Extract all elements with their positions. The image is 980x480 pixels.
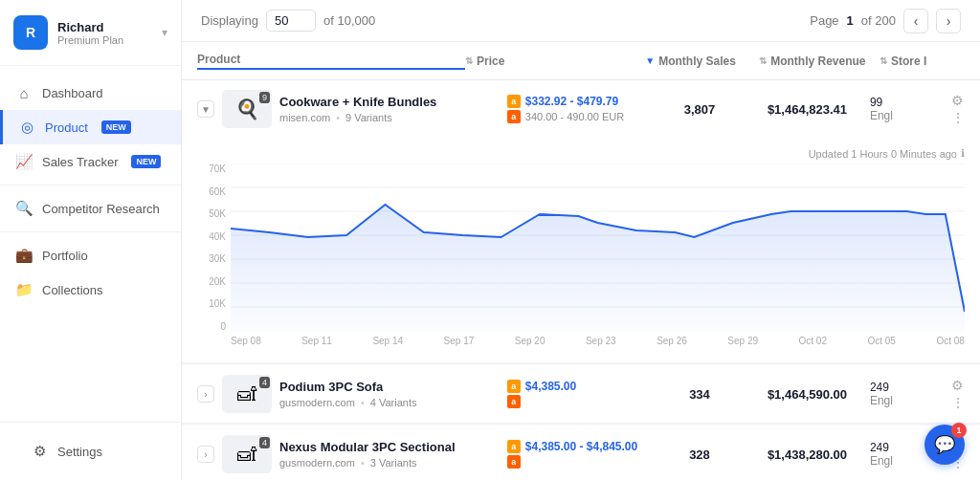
sidebar-nav: ⌂ Dashboard ◎ Product NEW 📈 Sales Tracke…	[0, 66, 181, 422]
product-variants: 3 Variants	[370, 457, 417, 469]
price-platforms: a $4,385.00 a	[507, 380, 647, 408]
sidebar-item-sales-tracker[interactable]: 📈 Sales Tracker NEW	[0, 144, 181, 179]
x-label: Sep 17	[444, 336, 475, 355]
th-store[interactable]: ⇅ Store I	[880, 55, 965, 68]
y-label: 30K	[197, 253, 226, 264]
page-label: Page	[810, 13, 838, 28]
x-label: Sep 29	[727, 336, 758, 355]
sidebar-item-label: Competitor Research	[42, 202, 160, 216]
settings-row-icon[interactable]: ⚙	[951, 378, 965, 393]
sidebar-item-product-database[interactable]: ◎ Product NEW	[0, 110, 181, 144]
dashboard-icon: ⌂	[15, 84, 33, 101]
y-label: 50K	[197, 208, 226, 219]
new-badge: NEW	[131, 155, 161, 168]
sidebar-item-dashboard[interactable]: ⌂ Dashboard	[0, 76, 181, 110]
sidebar-item-collections[interactable]: 📁 Collections	[0, 273, 181, 307]
th-price[interactable]: ⇅ Price	[465, 55, 635, 68]
product-image: 🛋	[237, 383, 256, 405]
th-monthly-sales[interactable]: ▼ Monthly Sales	[635, 55, 746, 68]
sort-active-icon: ▼	[645, 55, 655, 66]
price-row-alibaba: a	[507, 455, 647, 469]
sort-icon: ⇅	[465, 55, 473, 66]
product-row-main: ▼ 9 🍳 Cookware + Knife Bundles misen.com…	[182, 80, 980, 138]
store-count: 99 Engl	[870, 96, 940, 122]
product-variants: 4 Variants	[370, 397, 417, 408]
x-label: Sep 20	[515, 336, 546, 355]
product-info: Cookware + Knife Bundles misen.com • 9 V…	[279, 95, 500, 123]
product-info: Nexus Modular 3PC Sectional gusmodern.co…	[279, 440, 500, 469]
chart-container: 70K 60K 50K 40K 30K 20K 10K 0	[197, 164, 965, 355]
count-select[interactable]: 50100200	[266, 10, 316, 32]
table-header: Product ⇅ Price ▼ Monthly Sales ⇅ Monthl…	[182, 42, 980, 80]
more-options-icon[interactable]: ⋮	[951, 110, 965, 125]
topbar-right: Page 1 of 200 ‹ ›	[810, 9, 961, 33]
alibaba-icon: a	[507, 455, 521, 469]
new-badge: NEW	[101, 120, 131, 134]
th-monthly-revenue-label: Monthly Revenue	[770, 55, 865, 68]
chart-updated: Updated 1 Hours 0 Minutes ago ℹ	[197, 147, 965, 160]
username: Richard	[57, 20, 152, 34]
product-row-main: › 4 🛋 Podium 3PC Sofa gusmodern.com • 4 …	[182, 365, 980, 423]
x-label: Oct 05	[867, 336, 895, 355]
more-options-icon[interactable]: ⋮	[951, 395, 965, 410]
nav-divider	[0, 231, 181, 232]
product-name: Cookware + Knife Bundles	[279, 95, 500, 109]
sidebar-chevron-icon[interactable]: ▾	[162, 26, 167, 39]
displaying-label: Displaying	[201, 13, 258, 28]
chart-x-labels: Sep 08 Sep 11 Sep 14 Sep 17 Sep 20 Sep 2…	[231, 336, 965, 355]
row-actions: ⚙ ⋮	[951, 93, 965, 125]
sidebar-item-portfolio[interactable]: 💼 Portfolio	[0, 238, 181, 273]
main-content: Displaying 50100200 of 10,000 Page 1 of …	[182, 0, 980, 480]
amazon-icon: a	[507, 95, 521, 108]
amazon-icon: a	[507, 380, 521, 393]
monthly-sales: 3,807	[655, 102, 745, 117]
sidebar-item-label: Settings	[57, 445, 102, 459]
sidebar-item-label: Portfolio	[42, 249, 88, 263]
settings-icon: ⚙	[31, 443, 48, 460]
price-row-amazon: a $4,385.00 - $4,845.00	[507, 440, 647, 453]
sort-icon: ⇅	[880, 55, 887, 66]
sales-tracker-icon: 📈	[15, 153, 33, 170]
content-area: ▼ 9 🍳 Cookware + Knife Bundles misen.com…	[182, 80, 980, 480]
store-count-value: 249	[870, 381, 940, 394]
chat-icon: 💬	[934, 434, 955, 455]
sidebar-item-label: Dashboard	[42, 86, 103, 100]
page-next-button[interactable]: ›	[936, 9, 961, 33]
product-meta: misen.com • 9 Variants	[279, 112, 500, 123]
row-expand-button[interactable]: ›	[197, 385, 214, 403]
row-expand-button[interactable]: ▼	[197, 100, 214, 118]
x-label: Oct 02	[799, 336, 827, 355]
chart-svg	[231, 164, 965, 332]
product-store: gusmodern.com	[279, 397, 355, 408]
settings-row-icon[interactable]: ⚙	[951, 93, 965, 108]
product-variants: 9 Variants	[345, 112, 392, 123]
price-eur: 340.00 - 490.00 EUR	[525, 111, 624, 122]
th-monthly-revenue[interactable]: ⇅ Monthly Revenue	[746, 55, 880, 68]
x-label: Sep 23	[586, 336, 616, 355]
y-label: 10K	[197, 298, 226, 309]
product-meta: gusmodern.com • 4 Variants	[279, 397, 500, 408]
chat-button[interactable]: 💬 1	[924, 425, 965, 465]
collections-icon: 📁	[15, 281, 33, 298]
product-store: gusmodern.com	[279, 457, 355, 469]
row-expand-button[interactable]: ›	[197, 446, 214, 463]
sidebar-bottom: ⚙ Settings	[0, 422, 181, 480]
sidebar-item-settings[interactable]: ⚙ Settings	[15, 434, 166, 469]
topbar-left: Displaying 50100200 of 10,000	[201, 10, 375, 32]
portfolio-icon: 💼	[15, 247, 33, 264]
sidebar-item-competitor-research[interactable]: 🔍 Competitor Research	[0, 191, 181, 226]
info-icon: ℹ	[961, 147, 965, 160]
y-label: 0	[197, 321, 226, 332]
monthly-sales: 328	[655, 447, 745, 462]
th-product-label: Product	[197, 53, 240, 66]
user-plan: Premium Plan	[57, 34, 152, 46]
y-label: 20K	[197, 276, 226, 287]
y-label: 40K	[197, 231, 226, 242]
y-label: 60K	[197, 186, 226, 197]
price-platforms: a $4,385.00 - $4,845.00 a	[507, 440, 647, 469]
chart-section: Updated 1 Hours 0 Minutes ago ℹ 70K 60K …	[182, 138, 980, 360]
th-monthly-sales-label: Monthly Sales	[658, 55, 736, 68]
product-thumbnail: 4 🛋	[222, 435, 272, 473]
store-region: Engl	[870, 394, 940, 407]
page-prev-button[interactable]: ‹	[903, 9, 928, 33]
